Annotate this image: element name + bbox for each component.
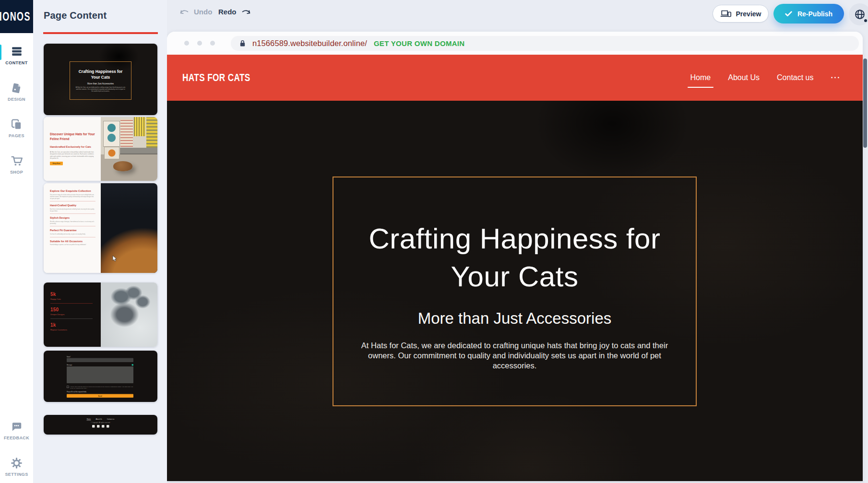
preview-scrollbar-thumb[interactable]	[863, 59, 867, 148]
preview-button[interactable]: Preview	[713, 5, 769, 23]
pages-icon	[11, 118, 23, 130]
thumb-discover-title: Discover Unique Hats for Your Feline Fri…	[50, 132, 96, 141]
gear-icon	[11, 457, 23, 469]
thumb-collection-heading: Explore Our Exquisite Collection	[50, 189, 95, 192]
thumb-message-textarea	[67, 366, 133, 383]
section-thumb-collection[interactable]: Explore Our Exquisite Collection Dive in…	[44, 183, 157, 273]
sidebar-item-label: FEEDBACK	[4, 436, 29, 440]
thumb-social-icons	[92, 425, 109, 428]
thumb-footer-link: About Us	[95, 418, 102, 421]
site-nav-contact-us[interactable]: Contact us	[776, 71, 814, 84]
thumb-stat-value: 1k	[50, 322, 93, 328]
site-nav-home[interactable]: Home	[690, 71, 712, 84]
hero-editable-box[interactable]: Crafting Happiness for Your Cats More th…	[333, 177, 697, 406]
feedback-bubble-icon	[11, 421, 23, 433]
window-dot	[210, 41, 215, 46]
thumb-collection-body: From birthdays to parties, our hats are …	[50, 244, 95, 246]
thumb-collection-heading: Stylish Designs	[50, 216, 95, 219]
thumb-collection-body: We offer a diverse range of designs, fro…	[50, 221, 95, 224]
thumb-collection-body: Dive into our range of cat hats and acce…	[50, 194, 95, 200]
thumb-collection-photo	[101, 183, 157, 273]
site-navigation: Home About Us Contact us ···	[690, 71, 842, 84]
pinterest-icon	[107, 425, 109, 428]
thumb-hero-title: Crafting Happiness for Your Cats	[76, 69, 125, 80]
site-header: HATS FOR CATS Home About Us Contact us ·…	[167, 55, 863, 101]
shopping-cart-icon	[11, 154, 23, 167]
address-bar[interactable]: n1566589.websitebuilder.online/ GET YOUR…	[231, 36, 859, 51]
undo-label: Undo	[194, 8, 212, 16]
republish-label: Re-Publish	[797, 10, 832, 18]
sidebar-item-label: SHOP	[10, 170, 23, 175]
thumb-stat-label: Happy Cats	[50, 298, 93, 300]
redo-button[interactable]: Redo	[218, 8, 251, 16]
section-thumb-stats[interactable]: 5k Happy Cats 150 Unique Designs 1k Repe…	[44, 283, 157, 347]
sidebar-item-design[interactable]: DESIGN	[0, 77, 33, 106]
sidebar-item-settings[interactable]: SETTINGS	[0, 452, 33, 481]
panel-accent-underline	[43, 32, 158, 34]
devices-icon	[720, 10, 732, 18]
thumb-consent-checkbox	[67, 386, 69, 389]
site-nav-about-us[interactable]: About Us	[727, 71, 761, 84]
sidebar-item-pages[interactable]: PAGES	[0, 114, 33, 142]
undo-arrow-icon	[179, 8, 190, 15]
section-thumb-hero[interactable]: Crafting Happiness for Your Cats More th…	[44, 44, 157, 115]
thumb-stat-label: Repeat Customers	[50, 329, 93, 331]
poster-shape	[146, 117, 157, 148]
undo-button[interactable]: Undo	[179, 8, 212, 16]
sidebar-item-feedback[interactable]: FEEDBACK	[0, 416, 33, 445]
thumb-contact-form: Name* Message I hereby agree that this d…	[67, 353, 133, 402]
ionos-logo-text: IONOS	[0, 10, 31, 24]
divider	[50, 226, 95, 227]
thumb-shop-now-button: Shop Now	[50, 162, 63, 165]
thumb-name-label: Name*	[67, 356, 133, 357]
cat-shape	[113, 161, 132, 171]
poster-shape	[103, 121, 120, 147]
divider	[50, 201, 95, 202]
thumb-collection-heading: Perfect Fit Guarantee	[50, 229, 95, 232]
thumb-hero-body: At Hats for Cats, we are dedicated to cr…	[75, 86, 126, 92]
poster-shape	[104, 147, 119, 159]
get-your-own-domain-link[interactable]: GET YOUR OWN DOMAIN	[374, 39, 465, 47]
sidebar-item-label: PAGES	[9, 133, 24, 138]
site-brand-logo: HATS FOR CATS	[182, 71, 250, 84]
window-dot	[184, 41, 189, 46]
thumb-footer-link: Contact us	[107, 418, 115, 421]
thumb-message-label: Message	[67, 364, 72, 365]
hero-title: Crafting Happiness for Your Cats	[349, 220, 680, 295]
site-nav-more-button[interactable]: ···	[830, 71, 842, 84]
site-preview-frame: n1566589.websitebuilder.online/ GET YOUR…	[167, 32, 863, 481]
thumb-collection-heading: Suitable for All Occasions	[50, 239, 95, 242]
thumb-pawprint-photo	[101, 283, 157, 347]
check-icon	[785, 11, 792, 17]
poster-shape	[134, 117, 145, 136]
design-icon	[11, 82, 23, 94]
thumb-collection-heading: Hand-Crafted Quality	[50, 204, 95, 207]
section-thumb-discover[interactable]: Discover Unique Hats for Your Feline Fri…	[44, 117, 157, 181]
divider	[50, 237, 95, 237]
instagram-icon	[97, 425, 100, 428]
sidebar-item-label: DESIGN	[8, 97, 25, 102]
section-thumb-contact-form[interactable]: Name* Message I hereby agree that this d…	[44, 351, 157, 402]
thumb-discover-subtitle: Handcrafted Exclusively for Cats	[50, 145, 96, 148]
thumb-collection-body: Each hat is meticulously designed and cr…	[50, 208, 95, 212]
thumb-footer-link: Home	[87, 418, 91, 421]
divider	[50, 304, 93, 304]
republish-button[interactable]: Re-Publish	[773, 4, 844, 24]
mouse-cursor-icon	[112, 255, 118, 262]
sidebar-item-shop[interactable]: SHOP	[0, 150, 33, 179]
twitter-icon	[102, 425, 105, 428]
sidebar-item-content[interactable]: CONTENT	[0, 41, 33, 70]
thumb-hero-subtitle: More than Just Accessories	[87, 82, 114, 84]
lock-icon	[239, 40, 246, 47]
section-thumb-footer[interactable]: Home About Us Contact us © Copyright. Al…	[44, 415, 157, 435]
left-nav-rail: IONOS CONTENT DESIGN	[0, 0, 33, 483]
thumb-name-input	[67, 358, 133, 363]
language-globe-button[interactable]	[849, 3, 868, 25]
globe-icon	[854, 8, 866, 21]
emoji-icon	[132, 364, 134, 366]
thumb-footer-copyright: © Copyright. All rights reserved.	[91, 422, 110, 424]
thumb-stat-value: 150	[50, 307, 93, 313]
thumb-consent-text: I hereby agree that this data will be st…	[70, 386, 133, 389]
thumb-discover-body: At Hats for Cats, we specialize in beaut…	[50, 151, 96, 160]
page-content-panel: Page Content Crafting Happiness for Your…	[33, 0, 167, 483]
